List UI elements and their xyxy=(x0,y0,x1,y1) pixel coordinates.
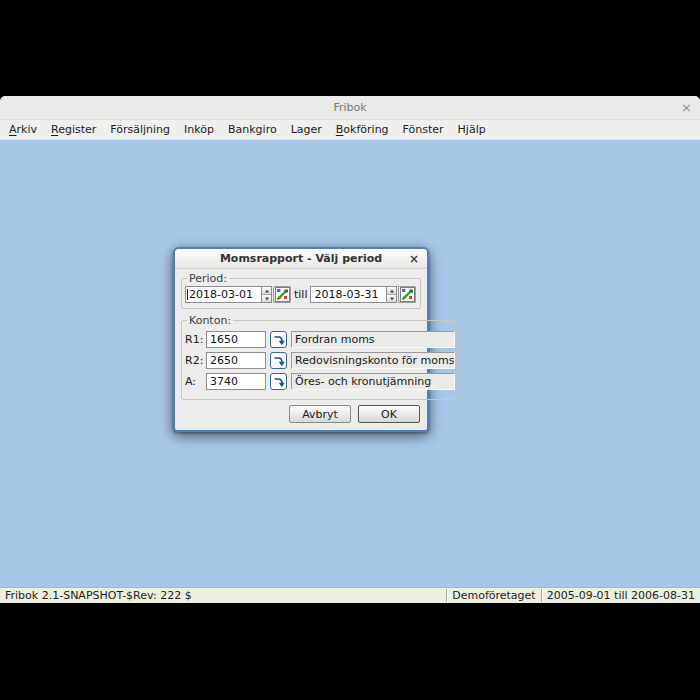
period-row: till xyxy=(185,286,417,303)
text-caret xyxy=(187,289,188,300)
statusbar-version: Fribok 2.1-SNAPSHOT-$Rev: 222 $ xyxy=(0,588,446,603)
menu-inkop[interactable]: Inköp xyxy=(177,121,221,138)
curved-arrow-icon xyxy=(272,354,286,368)
date-from-input[interactable] xyxy=(185,286,261,303)
dialog-titlebar[interactable]: Momsrapport - Välj period × xyxy=(175,249,427,269)
dialog-button-row: Avbryt OK xyxy=(182,405,420,423)
konto-description: Redovisningskonto för moms xyxy=(291,352,455,369)
account-picker-button[interactable] xyxy=(270,352,287,369)
period-legend: Period: xyxy=(187,272,229,285)
dialog-title: Momsrapport - Välj period xyxy=(220,252,382,265)
menu-fonster[interactable]: Fönster xyxy=(396,121,451,138)
menu-arkiv[interactable]: Arkiv xyxy=(2,121,44,138)
menu-bokforing[interactable]: Bokföring xyxy=(329,121,396,138)
spin-down-button[interactable] xyxy=(262,295,271,302)
date-to-field xyxy=(310,286,397,303)
konto-label: R2: xyxy=(185,354,206,367)
spin-up-button[interactable] xyxy=(387,287,396,295)
konto-description: Öres- och kronutjämning xyxy=(291,373,455,390)
curved-arrow-icon xyxy=(272,333,286,347)
spin-down-button[interactable] xyxy=(387,295,396,302)
konto-description: Fordran moms xyxy=(291,331,455,348)
account-picker-button[interactable] xyxy=(270,331,287,348)
curved-arrow-icon xyxy=(272,375,286,389)
statusbar-company: Demoföretaget xyxy=(447,588,540,603)
calendar-picker-button[interactable] xyxy=(398,286,416,303)
till-label: till xyxy=(294,288,307,301)
statusbar: Fribok 2.1-SNAPSHOT-$Rev: 222 $ Demoföre… xyxy=(0,587,700,603)
period-groupbox: Period: xyxy=(181,272,421,309)
momsrapport-dialog: Momsrapport - Välj period × Period: xyxy=(173,247,429,432)
date-from-spinner xyxy=(261,286,272,303)
konto-label: R1: xyxy=(185,333,206,346)
cancel-button[interactable]: Avbryt xyxy=(289,405,351,423)
date-to-input[interactable] xyxy=(310,286,386,303)
menu-bankgiro[interactable]: Bankgiro xyxy=(221,121,284,138)
calendar-picker-button[interactable] xyxy=(273,286,291,303)
konto-row-r2: R2: Redovisningskonto för moms xyxy=(185,352,455,369)
spin-up-button[interactable] xyxy=(262,287,271,295)
calendar-icon xyxy=(275,287,290,302)
window-title: Fribok xyxy=(333,101,366,114)
window-close-icon[interactable]: × xyxy=(681,100,692,115)
konto-label: A: xyxy=(185,375,206,388)
calendar-icon xyxy=(400,287,415,302)
menu-register[interactable]: Register xyxy=(44,121,103,138)
konton-legend: Konton: xyxy=(187,314,233,327)
konton-groupbox: Konton: R1: Fordran moms R2: Redovisn xyxy=(181,314,459,400)
konto-a-input[interactable] xyxy=(206,373,266,390)
account-picker-button[interactable] xyxy=(270,373,287,390)
konto-row-r1: R1: Fordran moms xyxy=(185,331,455,348)
menu-forsaljning[interactable]: Försäljning xyxy=(103,121,177,138)
window-titlebar: Fribok × xyxy=(0,96,700,120)
menu-lager[interactable]: Lager xyxy=(284,121,329,138)
konto-r2-input[interactable] xyxy=(206,352,266,369)
konto-r1-input[interactable] xyxy=(206,331,266,348)
menu-hjalp[interactable]: Hjälp xyxy=(451,121,493,138)
dialog-close-icon[interactable]: × xyxy=(409,252,419,266)
date-from-field xyxy=(185,286,272,303)
ok-button[interactable]: OK xyxy=(358,405,420,423)
date-to-spinner xyxy=(386,286,397,303)
menubar: Arkiv Register Försäljning Inköp Bankgir… xyxy=(0,120,700,140)
statusbar-fiscal-period: 2005-09-01 till 2006-08-31 xyxy=(542,588,700,603)
konto-row-a: A: Öres- och kronutjämning xyxy=(185,373,455,390)
